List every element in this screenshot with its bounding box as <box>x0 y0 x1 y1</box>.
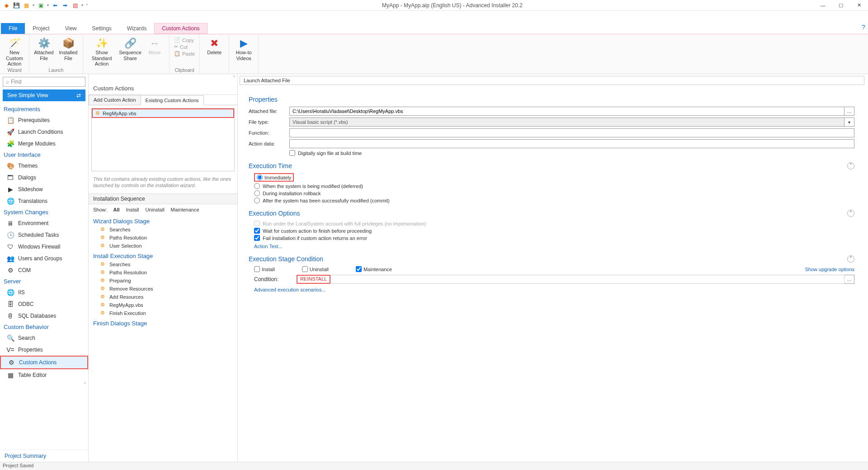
tab-file[interactable]: File <box>1 23 25 34</box>
see-simple-view-button[interactable]: See Simple View⇄ <box>3 89 85 101</box>
nav-custom-actions[interactable]: ⚙Custom Actions <box>0 356 88 369</box>
tab-existing-custom-actions[interactable]: Existing Custom Actions <box>141 95 204 105</box>
back-icon[interactable]: ⬅ <box>52 2 59 9</box>
scroll-up-icon[interactable]: ˄ <box>89 74 237 82</box>
tab-settings[interactable]: Settings <box>85 23 119 34</box>
stage-item[interactable]: ⚙User Selection <box>89 242 237 250</box>
file-type-select[interactable] <box>289 118 844 127</box>
check-maintenance[interactable] <box>356 266 362 272</box>
radio-deferred[interactable] <box>254 183 260 189</box>
filter-uninstall[interactable]: Uninstall <box>145 207 164 212</box>
action-data-input[interactable] <box>289 139 854 148</box>
nav-merge-modules[interactable]: 🧩Merge Modules <box>0 138 88 150</box>
radio-rollback[interactable] <box>254 190 260 196</box>
stage-item[interactable]: ⚙RegMyApp.vbs <box>89 301 237 309</box>
move-button[interactable]: ↔Move <box>143 36 166 73</box>
browse-button[interactable]: … <box>844 107 854 116</box>
stage-item[interactable]: ⚙Remove Resources <box>89 285 237 293</box>
stage-item[interactable]: ⚙Preparing <box>89 277 237 285</box>
stage-item[interactable]: ⚙Paths Resolution <box>89 268 237 277</box>
tab-wizards[interactable]: Wizards <box>119 23 154 34</box>
nav-firewall[interactable]: 🛡Windows Firewall <box>0 241 88 253</box>
stage-item[interactable]: ⚙Add Resources <box>89 293 237 301</box>
minimize-button[interactable]: — <box>814 0 832 11</box>
nav-slideshow[interactable]: ▶Slideshow <box>0 183 88 195</box>
close-button[interactable]: ✕ <box>850 0 868 11</box>
nav-users-groups[interactable]: 👥Users and Groups <box>0 253 88 264</box>
scroll-down-icon[interactable]: ˅ <box>0 381 88 389</box>
condition-edit-button[interactable]: … <box>844 275 854 284</box>
qat-dropdown-icon-2[interactable]: ▾ <box>47 3 49 7</box>
installed-file-button[interactable]: 📦Installed File <box>57 36 80 68</box>
run-icon[interactable]: ▣ <box>37 2 44 9</box>
sequence-share-button[interactable]: 🔗Sequence Share <box>118 36 142 73</box>
mid-tabs: Add Custom Action Existing Custom Action… <box>89 95 237 105</box>
stage-item[interactable]: ⚙Searches <box>89 260 237 268</box>
condition-value[interactable]: REINSTALL <box>297 275 330 284</box>
filter-install[interactable]: Install <box>126 207 139 212</box>
build-icon[interactable]: ▦ <box>23 2 30 9</box>
filter-all[interactable]: All <box>113 207 120 212</box>
maximize-button[interactable]: ▢ <box>832 0 850 11</box>
attached-file-button[interactable]: ⚙️Attached File <box>32 36 56 68</box>
find-input[interactable]: ⌕Find <box>3 77 85 87</box>
nav-iis[interactable]: 🌐IIS <box>0 287 88 298</box>
copy-button[interactable]: 📄Copy <box>174 37 195 43</box>
check-wait[interactable] <box>254 228 260 234</box>
nav-odbc[interactable]: 🗄ODBC <box>0 298 88 310</box>
check-install[interactable] <box>254 266 260 272</box>
qat-dropdown-icon-3[interactable]: ▾ <box>81 3 83 7</box>
nav-properties[interactable]: V=Properties <box>0 344 88 356</box>
tab-project[interactable]: Project <box>25 23 57 34</box>
gear-icon: ⚙ <box>99 226 106 233</box>
nav-translations[interactable]: 🌐Translations <box>0 195 88 207</box>
delete-button[interactable]: ✖Delete <box>203 36 226 73</box>
howto-videos-button[interactable]: ▶How-to Videos <box>232 36 255 73</box>
tab-view[interactable]: View <box>57 23 85 34</box>
stage-item[interactable]: ⚙Paths Resolution <box>89 234 237 242</box>
dropdown-icon[interactable]: ▾ <box>844 118 854 127</box>
function-input[interactable] <box>289 128 854 137</box>
paste-button[interactable]: 📋Paste <box>174 51 195 56</box>
radio-commit[interactable] <box>254 197 260 203</box>
existing-actions-list[interactable]: ⚙RegMyApp.vbs <box>91 108 235 171</box>
collapse-icon[interactable]: ˄ <box>847 162 854 169</box>
existing-action-item[interactable]: ⚙RegMyApp.vbs <box>92 108 234 118</box>
advanced-scenarios-link[interactable]: Advanced execution scenarios... <box>254 287 326 292</box>
qat-dropdown-icon[interactable]: ▾ <box>33 3 34 7</box>
radio-immediately[interactable] <box>257 174 263 180</box>
options-icon[interactable]: ▤ <box>71 2 79 9</box>
check-uninstall[interactable] <box>302 266 308 272</box>
custom-actions-icon: ⚙ <box>7 358 15 367</box>
nav-com[interactable]: ⚙COM <box>0 264 88 276</box>
qat-overflow-icon[interactable]: ⁼ <box>86 3 88 8</box>
nav-themes[interactable]: 🎨Themes <box>0 160 88 172</box>
forward-icon[interactable]: ➡ <box>61 2 69 9</box>
stage-item[interactable]: ⚙Finish Execution <box>89 309 237 317</box>
nav-prerequisites[interactable]: 📋Prerequisites <box>0 114 88 126</box>
tab-add-custom-action[interactable]: Add Custom Action <box>89 95 141 105</box>
new-custom-action-button[interactable]: 🪄New Custom Action <box>3 36 26 68</box>
collapse-icon[interactable]: ˄ <box>847 210 854 217</box>
attached-file-input[interactable] <box>289 107 844 116</box>
nav-search[interactable]: 🔍Search <box>0 332 88 344</box>
nav-sql[interactable]: 🛢SQL Databases <box>0 310 88 322</box>
cut-button[interactable]: ✂Cut <box>174 44 195 50</box>
nav-scheduled-tasks[interactable]: 🕒Scheduled Tasks <box>0 229 88 241</box>
nav-launch-conditions[interactable]: 🚀Launch Conditions <box>0 126 88 138</box>
filter-maintenance[interactable]: Maintenance <box>171 207 199 212</box>
label-condition: Condition: <box>254 276 278 282</box>
stage-item[interactable]: ⚙Searches <box>89 226 237 234</box>
nav-environment[interactable]: 🖥Environment <box>0 217 88 229</box>
save-icon[interactable]: 💾 <box>13 2 20 9</box>
show-standard-action-button[interactable]: ✨Show Standard Action <box>86 36 118 73</box>
tab-custom-actions[interactable]: Custom Actions <box>154 23 207 34</box>
show-upgrade-link[interactable]: Show upgrade options <box>805 267 854 272</box>
check-fail[interactable] <box>254 235 260 241</box>
nav-table-editor[interactable]: ▦Table Editor <box>0 369 88 381</box>
project-summary-link[interactable]: Project Summary <box>0 450 88 462</box>
nav-dialogs[interactable]: 🗔Dialogs <box>0 172 88 183</box>
collapse-icon[interactable]: ˄ <box>847 255 854 263</box>
check-sign[interactable] <box>289 150 295 156</box>
help-icon[interactable]: ? <box>862 24 865 31</box>
